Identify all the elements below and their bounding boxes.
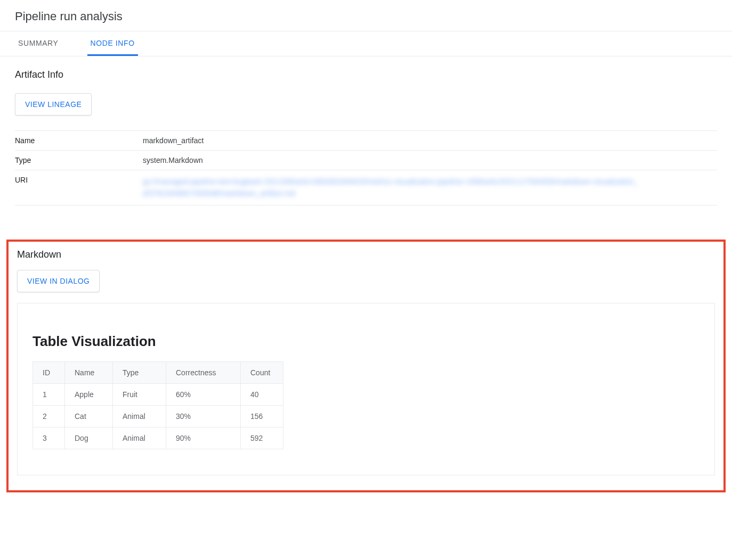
markdown-section-highlight: Markdown VIEW IN DIALOG Table Visualizat…	[6, 240, 726, 492]
cell-name: Dog	[65, 427, 113, 449]
cell-type: Fruit	[113, 383, 166, 405]
cell-count: 592	[241, 427, 283, 449]
artifact-info-table: Name markdown_artifact Type system.Markd…	[15, 130, 717, 205]
cell-correctness: 30%	[166, 405, 241, 427]
cell-id: 3	[33, 427, 65, 449]
table-visualization-title: Table Visualization	[32, 333, 700, 350]
tab-node-info[interactable]: NODE INFO	[87, 31, 138, 56]
cell-correctness: 90%	[166, 427, 241, 449]
tabs: SUMMARY NODE INFO	[0, 31, 732, 56]
artifact-uri-link[interactable]: gs://managed-pipeline-test-bugbash-20213…	[143, 176, 644, 200]
artifact-name-value: markdown_artifact	[143, 131, 717, 151]
artifact-type-label: Type	[15, 151, 143, 170]
page-title: Pipeline run analysis	[0, 0, 732, 31]
artifact-type-value: system.Markdown	[143, 151, 717, 170]
artifact-info-heading: Artifact Info	[15, 69, 717, 80]
cell-name: Apple	[65, 383, 113, 405]
cell-type: Animal	[113, 405, 166, 427]
visualization-table: ID Name Type Correctness Count 1 Apple F…	[32, 361, 283, 449]
col-name: Name	[65, 361, 113, 383]
col-correctness: Correctness	[166, 361, 241, 383]
view-lineage-button[interactable]: VIEW LINEAGE	[15, 93, 92, 116]
cell-count: 40	[241, 383, 283, 405]
view-in-dialog-button[interactable]: VIEW IN DIALOG	[17, 270, 100, 292]
table-row: Type system.Markdown	[15, 151, 717, 170]
cell-count: 156	[241, 405, 283, 427]
table-row: 2 Cat Animal 30% 156	[33, 405, 283, 427]
table-row: 3 Dog Animal 90% 592	[33, 427, 283, 449]
table-header-row: ID Name Type Correctness Count	[33, 361, 283, 383]
table-row: Name markdown_artifact	[15, 131, 717, 151]
markdown-heading: Markdown	[17, 249, 715, 260]
table-row: 1 Apple Fruit 60% 40	[33, 383, 283, 405]
markdown-render-box: Table Visualization ID Name Type Correct…	[17, 303, 715, 475]
artifact-name-label: Name	[15, 131, 143, 151]
tab-summary[interactable]: SUMMARY	[15, 31, 62, 56]
cell-name: Cat	[65, 405, 113, 427]
artifact-uri-value[interactable]: gs://managed-pipeline-test-bugbash-20213…	[143, 170, 717, 205]
cell-type: Animal	[113, 427, 166, 449]
cell-id: 2	[33, 405, 65, 427]
col-count: Count	[241, 361, 283, 383]
cell-correctness: 60%	[166, 383, 241, 405]
col-id: ID	[33, 361, 65, 383]
cell-id: 1	[33, 383, 65, 405]
artifact-uri-label: URI	[15, 170, 143, 205]
table-row: URI gs://managed-pipeline-test-bugbash-2…	[15, 170, 717, 205]
col-type: Type	[113, 361, 166, 383]
